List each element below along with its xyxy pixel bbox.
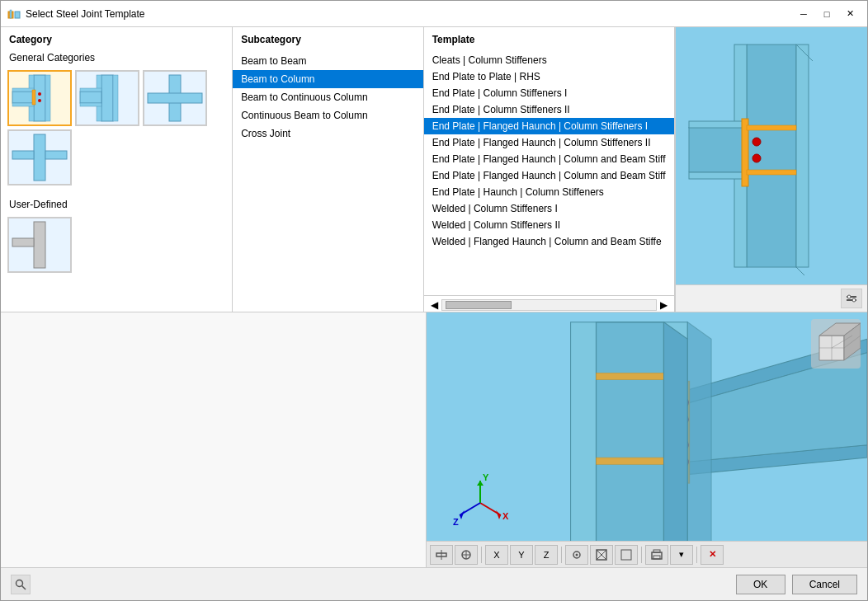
template-items: Cleats | Column Stiffeners End Plate to … bbox=[424, 49, 674, 253]
svg-marker-61 bbox=[664, 322, 688, 557]
template-item-welded-cs2[interactable]: Welded | Column Stiffeners II bbox=[424, 217, 674, 233]
viewport-btn-render[interactable] bbox=[615, 545, 638, 565]
svg-rect-17 bbox=[80, 103, 101, 106]
subcategory-item-cross-joint[interactable]: Cross Joint bbox=[233, 124, 423, 143]
title-bar: Select Steel Joint Template ─ □ ✕ bbox=[1, 1, 867, 27]
svg-text:Z: Z bbox=[453, 517, 459, 527]
viewport-btn-print[interactable] bbox=[645, 545, 668, 565]
bottom-area: X Y Z bbox=[1, 312, 867, 567]
svg-line-95 bbox=[22, 585, 26, 589]
axis-indicator: X Y Z bbox=[451, 474, 509, 534]
viewport-btn-2[interactable] bbox=[455, 545, 478, 565]
svg-marker-33 bbox=[689, 127, 747, 172]
subcategory-list: Beam to Beam Beam to Column Beam to Cont… bbox=[233, 49, 423, 146]
dialog-footer: OK Cancel bbox=[1, 567, 867, 600]
svg-rect-51 bbox=[596, 373, 663, 379]
template-list: Cleats | Column Stiffeners End Plate to … bbox=[424, 49, 674, 295]
svg-rect-21 bbox=[12, 151, 34, 159]
category-item-4[interactable] bbox=[7, 129, 72, 185]
dialog-title: Select Steel Joint Template bbox=[26, 8, 788, 20]
maximize-button[interactable]: □ bbox=[816, 6, 837, 22]
viewport-3d-panel: X Y Z bbox=[427, 312, 867, 567]
svg-rect-2 bbox=[10, 10, 12, 18]
svg-point-86 bbox=[576, 553, 578, 556]
viewport-btn-x[interactable]: X bbox=[485, 545, 508, 565]
viewport-toolbar: X Y Z ▾ bbox=[427, 541, 867, 567]
horizontal-scrollbar[interactable] bbox=[441, 299, 657, 311]
svg-rect-16 bbox=[80, 88, 101, 92]
svg-rect-14 bbox=[113, 75, 118, 121]
ok-button[interactable]: OK bbox=[736, 575, 785, 594]
user-defined-label: User-Defined bbox=[1, 195, 232, 214]
svg-rect-22 bbox=[45, 151, 67, 159]
svg-rect-23 bbox=[34, 222, 45, 268]
svg-marker-62 bbox=[687, 322, 711, 557]
viewport-btn-close[interactable]: ✕ bbox=[701, 545, 724, 565]
user-defined-item[interactable] bbox=[7, 217, 72, 273]
svg-rect-49 bbox=[571, 322, 597, 557]
template-item-end-plate-cs2[interactable]: End Plate | Column Stiffeners II bbox=[424, 101, 674, 118]
svg-marker-72 bbox=[496, 510, 501, 519]
template-item-end-plate-fh-cabs1[interactable]: End Plate | Flanged Haunch | Column and … bbox=[424, 151, 674, 167]
window-controls: ─ □ ✕ bbox=[793, 6, 861, 22]
svg-rect-8 bbox=[12, 103, 34, 106]
template-item-end-plate-haunch[interactable]: End Plate | Haunch | Column Stiffeners bbox=[424, 184, 674, 200]
small-preview-settings-button[interactable] bbox=[841, 289, 862, 308]
svg-rect-5 bbox=[45, 75, 50, 121]
viewport-btn-y[interactable]: Y bbox=[510, 545, 533, 565]
subcategory-item-beam-to-continuous-column[interactable]: Beam to Continuous Column bbox=[233, 88, 423, 106]
subcategory-header: Subcategory bbox=[233, 27, 423, 49]
toolbar-separator-4 bbox=[696, 547, 697, 563]
viewport-3d[interactable]: X Y Z bbox=[427, 312, 867, 567]
viewport-btn-print-dropdown[interactable]: ▾ bbox=[670, 545, 693, 565]
toolbar-separator-2 bbox=[561, 547, 562, 563]
cancel-button[interactable]: Cancel bbox=[792, 575, 857, 594]
template-item-cleats[interactable]: Cleats | Column Stiffeners bbox=[424, 52, 674, 68]
viewport-btn-1[interactable] bbox=[430, 545, 453, 565]
minimize-button[interactable]: ─ bbox=[793, 6, 814, 22]
svg-marker-48 bbox=[596, 322, 663, 557]
small-preview-3d bbox=[676, 27, 867, 284]
dialog-window: Select Steel Joint Template ─ □ ✕ Catego… bbox=[0, 0, 868, 601]
svg-rect-12 bbox=[101, 75, 113, 121]
subcategory-item-beam-to-column[interactable]: Beam to Column bbox=[233, 70, 423, 88]
category-header: Category bbox=[1, 27, 232, 49]
template-scrollbar-area: ◀ ▶ bbox=[424, 295, 674, 312]
small-preview-panel bbox=[675, 27, 867, 312]
template-item-welded-fh[interactable]: Welded | Flanged Haunch | Column and Bea… bbox=[424, 233, 674, 250]
svg-rect-32 bbox=[796, 45, 809, 267]
viewport-btn-z[interactable]: Z bbox=[535, 545, 558, 565]
svg-rect-19 bbox=[148, 93, 202, 103]
template-item-end-plate-fh-cs2[interactable]: End Plate | Flanged Haunch | Column Stif… bbox=[424, 134, 674, 151]
category-item-2[interactable] bbox=[75, 70, 139, 126]
category-panel: Category General Categories bbox=[1, 27, 233, 312]
scroll-left-arrow[interactable]: ◀ bbox=[431, 299, 438, 311]
template-header: Template bbox=[424, 27, 674, 49]
template-item-end-plate-cs1[interactable]: End Plate | Column Stiffeners I bbox=[424, 85, 674, 101]
toolbar-separator-1 bbox=[481, 547, 482, 563]
scroll-right-arrow[interactable]: ▶ bbox=[660, 299, 668, 311]
template-item-end-plate-fh-cabs2[interactable]: End Plate | Flanged Haunch | Column and … bbox=[424, 167, 674, 184]
svg-point-46 bbox=[852, 298, 856, 302]
toolbar-separator-3 bbox=[641, 547, 642, 563]
category-item-1[interactable] bbox=[7, 70, 72, 126]
svg-rect-35 bbox=[689, 172, 747, 179]
viewport-btn-wireframe[interactable] bbox=[590, 545, 613, 565]
subcategory-item-beam-to-beam[interactable]: Beam to Beam bbox=[233, 52, 423, 70]
template-item-end-plate-fh-cs1[interactable]: End Plate | Flanged Haunch | Column Stif… bbox=[424, 118, 674, 134]
category-item-3[interactable] bbox=[143, 70, 207, 126]
main-content: Category General Categories bbox=[1, 27, 867, 312]
template-item-end-plate-to-plate[interactable]: End Plate to Plate | RHS bbox=[424, 68, 674, 85]
svg-point-45 bbox=[847, 295, 851, 298]
svg-point-10 bbox=[38, 92, 41, 96]
search-button[interactable] bbox=[11, 575, 31, 594]
category-grid bbox=[1, 67, 232, 189]
subcategory-item-continuous-beam-to-column[interactable]: Continuous Beam to Column bbox=[233, 106, 423, 124]
user-defined-grid bbox=[1, 214, 232, 276]
close-button[interactable]: ✕ bbox=[839, 6, 861, 22]
svg-rect-7 bbox=[12, 88, 34, 92]
dialog-icon bbox=[7, 7, 21, 21]
viewport-btn-view[interactable] bbox=[565, 545, 588, 565]
cube-navigator[interactable] bbox=[811, 319, 861, 369]
template-item-welded-cs1[interactable]: Welded | Column Stiffeners I bbox=[424, 200, 674, 217]
